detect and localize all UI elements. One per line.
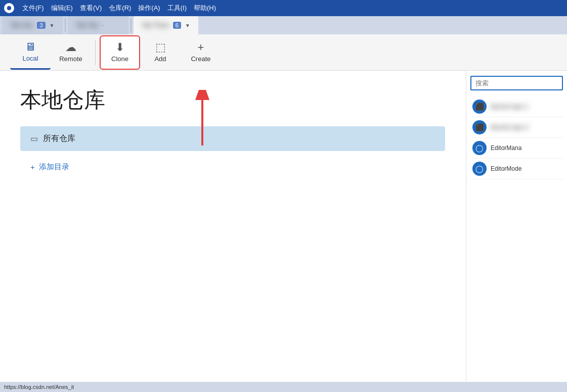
remote-label: Remote — [59, 55, 82, 63]
list-item[interactable]: ⬛ blurred repo 2 — [470, 117, 563, 138]
tab-1[interactable]: Tab One 3 ▼ — [2, 16, 63, 34]
menu-view[interactable]: 查看(V) — [80, 4, 102, 13]
create-label: Create — [191, 55, 210, 63]
repo-name-3: EditorMana — [491, 144, 521, 152]
repo-name-2: blurred repo 2 — [491, 124, 529, 131]
clone-label: Clone — [111, 55, 128, 63]
list-item[interactable]: ◯ EditorMode — [470, 159, 563, 179]
tab-2-arrow: · — [102, 23, 104, 28]
right-panel: ⬛ blurred repo 1 ⬛ blurred repo 2 ◯ Edit… — [466, 71, 567, 392]
clone-button[interactable]: ⬇ Clone — [100, 35, 140, 70]
app-logo — [4, 3, 14, 13]
tab-separator-2 — [130, 18, 132, 32]
tab-2[interactable]: Tab Two · — [68, 16, 128, 34]
page-title: 本地仓库 — [20, 86, 446, 114]
remote-button[interactable]: ☁ Remote — [51, 35, 91, 70]
repo-icon: ◯ — [472, 162, 487, 176]
create-icon: + — [198, 42, 204, 53]
repo-icon: ◯ — [472, 141, 487, 155]
create-button[interactable]: + Create — [181, 35, 221, 70]
tab-3-arrow: ▼ — [185, 23, 190, 28]
tab-bar: Tab One 3 ▼ Tab Two · Tab Three 6 ▼ — [0, 16, 567, 34]
menu-help[interactable]: 帮助(H) — [194, 4, 216, 13]
tab-1-label: Tab One — [10, 22, 33, 29]
add-button[interactable]: ⬚ Add — [140, 35, 181, 70]
list-item[interactable]: ⬛ blurred repo 1 — [470, 96, 563, 117]
menu-file[interactable]: 文件(F) — [22, 4, 44, 13]
repo-icon: ⬛ — [472, 100, 487, 114]
tab-separator-1 — [65, 18, 66, 32]
list-item[interactable]: ◯ EditorMana — [470, 138, 563, 159]
all-repos-label: 所有仓库 — [43, 133, 75, 144]
local-label: Local — [22, 55, 38, 62]
tab-2-label: Tab Two — [76, 22, 98, 29]
tab-3-badge: 6 — [173, 22, 181, 29]
status-bar: https://blog.csdn.net/Anes_it — [0, 382, 567, 392]
repo-icon: ⬛ — [472, 120, 487, 134]
local-button[interactable]: 🖥 Local — [10, 35, 51, 70]
add-directory-plus: + — [30, 163, 35, 171]
local-icon: 🖥 — [25, 41, 36, 53]
add-directory-label: 添加目录 — [39, 162, 69, 172]
search-input[interactable] — [470, 76, 563, 90]
main-content: 本地仓库 ▭ 所有仓库 + 添加目录 ⬛ blurred repo 1 ⬛ bl… — [0, 71, 567, 392]
tab-3-label: Tab Three — [142, 22, 169, 29]
status-url: https://blog.csdn.net/Anes_it — [4, 384, 74, 390]
tab-1-arrow: ▼ — [50, 23, 55, 28]
menu-action[interactable]: 操作(A) — [138, 4, 160, 13]
remote-icon: ☁ — [65, 42, 76, 53]
title-bar: 文件(F) 编辑(E) 查看(V) 仓库(R) 操作(A) 工具(I) 帮助(H… — [0, 0, 567, 16]
folder-icon: ▭ — [30, 134, 38, 143]
repo-name-4: EditorMode — [491, 165, 521, 172]
add-icon: ⬚ — [155, 42, 166, 53]
toolbar-divider — [95, 40, 96, 65]
add-label: Add — [154, 55, 166, 63]
tab-3[interactable]: Tab Three 6 ▼ — [134, 16, 198, 34]
svg-point-0 — [7, 6, 12, 11]
clone-icon: ⬇ — [115, 42, 124, 53]
repo-name-1: blurred repo 1 — [491, 103, 529, 110]
toolbar: 🖥 Local ☁ Remote ⬇ Clone ⬚ Add + Create — [0, 34, 567, 71]
all-repos-group[interactable]: ▭ 所有仓库 — [20, 126, 445, 151]
tab-1-badge: 3 — [37, 22, 45, 29]
menu-edit[interactable]: 编辑(E) — [51, 4, 73, 13]
add-directory-button[interactable]: + 添加目录 — [20, 157, 446, 177]
left-panel: 本地仓库 ▭ 所有仓库 + 添加目录 — [0, 71, 466, 392]
menu-tools[interactable]: 工具(I) — [167, 4, 187, 13]
menu-bar: 文件(F) 编辑(E) 查看(V) 仓库(R) 操作(A) 工具(I) 帮助(H… — [22, 4, 216, 13]
menu-repo[interactable]: 仓库(R) — [109, 4, 131, 13]
